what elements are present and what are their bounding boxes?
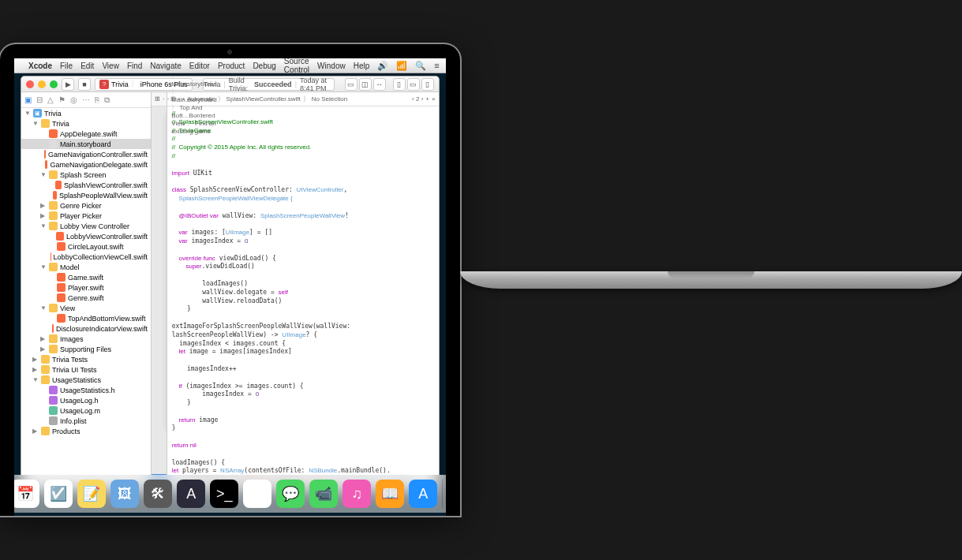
tree-item[interactable]: ▶ Genre Picker [21,200,151,211]
dock-photos2[interactable]: ❁ [243,480,271,508]
tree-item[interactable]: LobbyCollectionViewCell.swift [21,252,151,262]
menu-view[interactable]: View [102,62,119,70]
activity-view: Trivia| Build Trivia: Succeeded| Today a… [203,78,335,91]
tree-item[interactable]: UsageLog.h [21,395,151,405]
navigator-tabs[interactable]: ▣⊟△⚑◎⋯⎘⧉ [21,92,151,108]
tree-item[interactable]: ▼ UsageStatistics [21,375,151,385]
tree-item[interactable]: GameNavigationController.swift [21,149,151,159]
menu-product[interactable]: Product [218,62,245,70]
source-editor[interactable]: // // SplashScreenViewController.swift /… [167,106,439,490]
tree-item[interactable]: ▼ Model [21,262,151,272]
toggle-navigator-button[interactable]: ▯ [393,78,406,91]
minimize-button[interactable] [38,80,46,88]
dock-term[interactable]: >_ [210,480,238,508]
dock-facetime[interactable]: 📹 [309,480,338,508]
dock-appstore-dev[interactable]: A [177,480,205,508]
tree-item[interactable]: SplashViewController.swift [21,180,151,190]
project-tree[interactable]: ▼▣ Trivia▼ Trivia AppDelegate.swift Main… [21,108,151,490]
dock-notes[interactable]: 📝 [77,480,106,508]
spotlight-icon[interactable]: 🔍 [415,61,426,71]
menu-edit[interactable]: Edit [80,62,94,70]
zoom-button[interactable] [50,80,58,88]
project-navigator-icon: ▣ [24,95,32,104]
menu-navigate[interactable]: Navigate [150,62,181,70]
menu-find[interactable]: Find [127,62,142,70]
menu-extras-icon[interactable]: ≡ [434,61,439,71]
dock: 🙂🧭✉️🖼📅☑️📝🖼🛠A>_❁💬📹♫📖A📍⚙︎📁🗑 [14,475,446,513]
toggle-utilities-button[interactable]: ▯ [421,78,434,91]
tree-root[interactable]: ▼▣ Trivia [21,108,151,118]
menu-window[interactable]: Window [317,62,346,70]
tree-item[interactable]: Info.plist [21,416,151,426]
navigator-panel: ▣⊟△⚑◎⋯⎘⧉ ▼▣ Trivia▼ Trivia AppDelegate.s… [21,92,152,490]
toolbar: ▶ ■ ? Trivia 〉 iPhone 6s Plus Trivia| Bu… [21,77,439,92]
assistant-editor-button[interactable]: ◫ [359,78,372,91]
menubar-app[interactable]: Xcode [28,62,52,70]
tree-item[interactable]: CircleLayout.swift [21,241,151,252]
tree-item[interactable]: TopAndBottomView.swift [21,313,151,323]
dock-itunes[interactable]: ♫ [343,480,371,508]
tree-item[interactable]: Main.storyboard [21,139,151,149]
tree-item[interactable]: ▼ Splash Screen [21,170,151,180]
tree-item[interactable]: ▼ Lobby View Controller [21,221,151,231]
dock-preview[interactable]: 🖼 [110,480,139,508]
tree-item[interactable]: UsageStatistics.h [21,385,151,395]
dock-books[interactable]: 📖 [376,480,404,508]
tree-item[interactable]: ▶ Products [21,426,151,436]
dock-messages[interactable]: 💬 [276,480,305,508]
tree-item[interactable]: UsageLog.m [21,405,151,416]
tree-item[interactable]: ▶ Trivia Tests [21,354,151,364]
menu-editor[interactable]: Editor [189,62,210,70]
interface-builder: ⊞‹› Trivia 〉 Trivia 〉 Main.storyboard 〉 … [152,92,167,490]
menu-debug[interactable]: Debug [253,62,275,70]
dock-calendar[interactable]: 📅 [14,480,39,508]
volume-icon[interactable]: 🔊 [377,61,388,71]
standard-editor-button[interactable]: ▭ [345,78,357,91]
dock-appstore[interactable]: A [409,480,437,508]
tree-item[interactable]: AppDelegate.swift [21,129,151,139]
dock-reminders[interactable]: ☑️ [44,480,73,508]
tree-item[interactable]: ▼ View [21,303,151,313]
canvas-jump-bar[interactable]: ⊞‹› Trivia 〉 Trivia 〉 Main.storyboard 〉 … [152,92,167,106]
tree-item[interactable]: ▶ Supporting Files [21,344,151,354]
tree-item[interactable]: ▶ Player Picker [21,211,151,221]
tree-item[interactable]: GameNavigationDelegate.swift [21,159,151,170]
tree-item[interactable]: ▶ Images [21,334,151,344]
tree-item[interactable]: LobbyViewController.swift [21,231,151,241]
tree-item[interactable]: ▼ Trivia [21,118,151,129]
scheme-app: Trivia [111,80,129,88]
toggle-debug-button[interactable]: ▭ [407,78,420,91]
tree-item[interactable]: Game.swift [21,272,151,282]
tree-item[interactable]: SplashPeopleWallView.swift [21,190,151,200]
tree-item[interactable]: Genre.swift [21,293,151,303]
menu-source-control[interactable]: Source Control [284,58,309,74]
version-editor-button[interactable]: ↔ [373,78,386,91]
tree-item[interactable]: ▶ Trivia UI Tests [21,364,151,375]
assistant-editor: ⊞‹› Automatic〉 SplashViewController.swif… [167,92,439,490]
dock-tools[interactable]: 🛠 [144,480,172,508]
xcode-window: ▶ ■ ? Trivia 〉 iPhone 6s Plus Trivia| Bu… [21,76,440,491]
tree-item[interactable]: DisclosureIndicatorView.swift [21,323,151,334]
stop-button[interactable]: ■ [78,78,91,91]
macos-menubar: Xcode File Edit View Find Navigate Edito… [14,58,446,73]
menu-help[interactable]: Help [354,62,370,70]
tree-item[interactable]: Player.swift [21,282,151,293]
run-button[interactable]: ▶ [62,78,74,91]
close-button[interactable] [26,80,34,88]
wifi-icon[interactable]: 📶 [396,61,407,71]
menu-file[interactable]: File [60,62,73,70]
